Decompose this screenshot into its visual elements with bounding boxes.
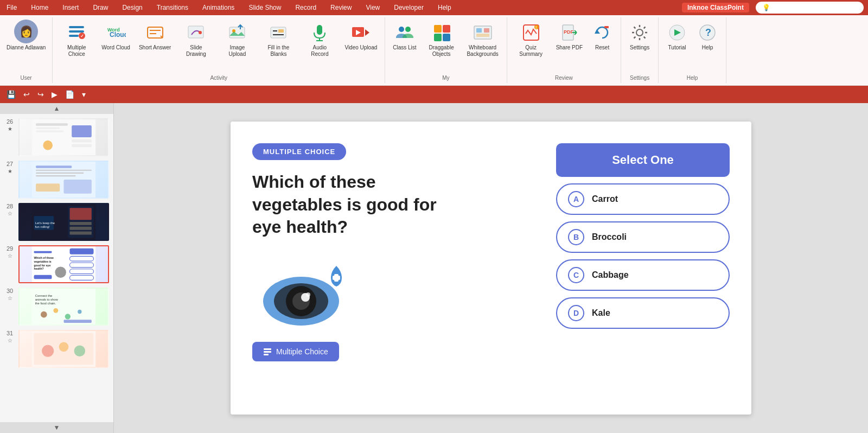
slide-item-29[interactable]: 29 ☆ Which of these vegetables is good f… — [4, 245, 109, 283]
svg-rect-40 — [604, 26, 609, 28]
svg-text:vegetables is: vegetables is — [34, 260, 52, 263]
fill-blanks-label: Fill in the Blanks — [262, 44, 295, 58]
class-list-icon — [394, 22, 416, 43]
multiple-choice-icon: ✓ — [66, 22, 87, 43]
slide-star-26: ★ — [8, 126, 12, 132]
slide-thumbnail-31[interactable] — [18, 330, 109, 368]
option-c-text: Cabbage — [592, 270, 629, 280]
ribbon-draggable-objects[interactable]: Draggable Objects — [422, 20, 461, 60]
option-d-text: Kale — [592, 308, 610, 318]
ribbon-fill-blanks[interactable]: Fill in the Blanks — [259, 20, 298, 60]
menu-slideshow[interactable]: Slide Show — [246, 3, 283, 12]
slide-item-30[interactable]: 30 ☆ Connect the animals to show the foo… — [4, 288, 109, 326]
menu-inknoe-classpoint[interactable]: Inknoe ClassPoint — [682, 3, 749, 12]
option-a-text: Carrot — [592, 194, 618, 204]
slide-item-31[interactable]: 31 ☆ — [4, 330, 109, 368]
menu-insert[interactable]: Insert — [60, 3, 81, 12]
svg-rect-26 — [434, 25, 442, 33]
share-pdf-icon: PDF — [558, 22, 580, 43]
ribbon-short-answer[interactable]: Short Answer — [136, 20, 174, 53]
option-d-letter: D — [568, 305, 584, 321]
present-icon[interactable]: ▶ — [49, 89, 60, 100]
scroll-down-button[interactable]: ▼ — [0, 422, 113, 433]
ribbon-word-cloud[interactable]: Word Cloud Word Cloud — [98, 20, 133, 53]
multiple-choice-label: Multiple Choice — [60, 44, 93, 58]
multiple-choice-button[interactable]: Multiple Choice — [252, 342, 339, 361]
option-c[interactable]: C Cabbage — [556, 259, 730, 291]
menu-record[interactable]: Record — [293, 3, 318, 12]
ribbon-share-pdf[interactable]: PDF Share PDF — [553, 20, 586, 53]
slide-item-28[interactable]: 28 ☆ Let's keep the fun rolling! — [4, 203, 109, 241]
tell-me-input[interactable]: 💡 Tell me what you want to do — [756, 2, 864, 14]
ribbon-class-list[interactable]: Class List — [390, 20, 419, 53]
slide-item-26[interactable]: 26 ★ — [4, 118, 109, 156]
ribbon-reset[interactable]: Reset — [588, 20, 616, 53]
review-section-label: Review — [512, 73, 616, 81]
svg-text:good for eye: good for eye — [34, 264, 51, 267]
svg-point-88 — [53, 308, 58, 313]
slide-panel: ▲ 26 ★ — [0, 103, 114, 433]
svg-rect-59 — [64, 180, 92, 194]
menu-transitions[interactable]: Transitions — [155, 3, 190, 12]
ribbon-settings[interactable]: Settings — [626, 20, 654, 53]
menu-view[interactable]: View — [363, 3, 382, 12]
ribbon-section-my: Class List Draggable Objects — [385, 17, 507, 83]
slide-thumbnail-30[interactable]: Connect the animals to show the food cha… — [18, 288, 109, 326]
dropdown-icon[interactable]: ▾ — [80, 89, 88, 100]
ribbon-tutorial[interactable]: Tutorial — [663, 20, 691, 53]
option-a[interactable]: A Carrot — [556, 183, 730, 215]
undo-icon[interactable]: ↩ — [21, 89, 32, 100]
option-b[interactable]: B Broccoli — [556, 221, 730, 253]
svg-rect-30 — [474, 26, 492, 39]
slide-star-30: ☆ — [8, 295, 12, 301]
ribbon-slide-drawing[interactable]: Slide Drawing — [176, 20, 215, 60]
help-label: Help — [702, 44, 713, 51]
slide-item-27[interactable]: 27 ★ — [4, 161, 109, 199]
menu-home[interactable]: Home — [29, 3, 50, 12]
svg-point-90 — [78, 310, 81, 314]
ribbon-section-activity: ✓ Multiple Choice Word Cloud Word Cloud — [53, 17, 385, 83]
draggable-objects-icon — [431, 22, 452, 43]
redo-icon[interactable]: ↪ — [35, 89, 46, 100]
class-list-label: Class List — [393, 44, 416, 51]
slide-thumbnail-28[interactable]: Let's keep the fun rolling! — [18, 203, 109, 241]
short-answer-icon — [144, 22, 166, 43]
ribbon-audio-record[interactable]: Audio Record — [300, 20, 339, 60]
reset-icon — [591, 22, 613, 43]
svg-rect-58 — [36, 175, 75, 176]
slide-thumbnail-26[interactable] — [18, 118, 109, 156]
ribbon-video-upload[interactable]: Video Upload — [341, 20, 380, 53]
svg-text:health?: health? — [34, 267, 44, 270]
ribbon-section-review: ! Quiz Summary PDF Share PDF — [507, 17, 621, 83]
menu-file[interactable]: File — [4, 3, 19, 12]
menu-draw[interactable]: Draw — [91, 3, 110, 12]
menu-help[interactable]: Help — [436, 3, 454, 12]
fill-blanks-icon — [267, 22, 289, 43]
svg-text:✓: ✓ — [80, 34, 84, 39]
ribbon-multiple-choice[interactable]: ✓ Multiple Choice — [57, 20, 96, 60]
slide-thumbnail-27[interactable] — [18, 161, 109, 199]
ribbon-help[interactable]: ? Help — [693, 20, 722, 53]
svg-text:Which of these: Which of these — [34, 256, 54, 259]
scroll-up-button[interactable]: ▲ — [0, 103, 113, 114]
ribbon-image-upload[interactable]: Image Upload — [218, 20, 257, 60]
ribbon-whiteboard-backgrounds[interactable]: Whiteboard Backgrounds — [463, 20, 502, 60]
user-section: 👩 Dianne Adlawan User — [0, 17, 53, 83]
svg-rect-28 — [434, 34, 442, 41]
quiz-summary-icon: ! — [520, 22, 542, 43]
menu-animations[interactable]: Animations — [200, 3, 237, 12]
option-d[interactable]: D Kale — [556, 297, 730, 329]
ribbon-quiz-summary[interactable]: ! Quiz Summary — [512, 20, 551, 60]
menu-design[interactable]: Design — [120, 3, 144, 12]
menu-review[interactable]: Review — [328, 3, 354, 12]
menu-developer[interactable]: Developer — [392, 3, 426, 12]
svg-rect-67 — [70, 222, 92, 225]
file-icon[interactable]: 📄 — [63, 89, 76, 100]
svg-rect-0 — [69, 26, 84, 28]
save-icon[interactable]: 💾 — [4, 89, 18, 100]
slide-number-26: 26 ★ — [4, 118, 15, 132]
image-upload-label: Image Upload — [221, 44, 253, 58]
svg-rect-27 — [443, 25, 450, 33]
svg-point-76 — [55, 266, 66, 278]
slide-thumbnail-29[interactable]: Which of these vegetables is good for ey… — [18, 245, 109, 283]
